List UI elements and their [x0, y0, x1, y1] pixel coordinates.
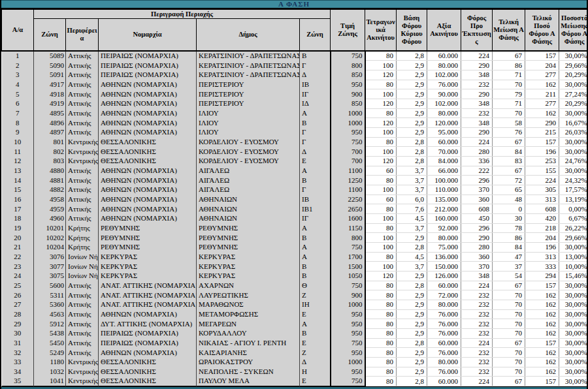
col-header-phase-a-reduction: Τελική Μείωση Α Φάσης — [493, 10, 525, 52]
tax-before-discount-cell: 348 — [461, 271, 493, 281]
municipality-cell: ΠΕΡΙΣΤΕΡΙΟΥ — [197, 80, 300, 89]
table-row: 325249ΑττικήςΑΘΗΝΩΝ (ΝΟΜΑΡΧΙΑ)ΚΑΙΣΑΡΙΑΝΗ… — [2, 348, 588, 358]
zone-price-cell: 950 — [331, 319, 365, 329]
zone-price-cell: 850 — [331, 99, 365, 108]
table-row: 1910201ΚρήτηςΡΕΘΥΜΝΗΣΡΕΘΥΜΝΗΣΑ1150803,79… — [2, 223, 588, 233]
property-sqm-cell: 100 — [365, 233, 397, 243]
property-value-cell: 60.000 — [427, 137, 461, 147]
region-cell: Αττικής — [66, 348, 99, 358]
tax-before-discount-cell: 370 — [461, 185, 493, 194]
zone-price-cell: 2650 — [331, 204, 365, 214]
base-tax-rate-cell: 2,9 — [397, 271, 427, 281]
zone-letter-cell: Ζ — [300, 348, 331, 358]
base-tax-rate-cell: 2,8 — [397, 281, 427, 290]
municipality-cell: ΜΕΓΑΡΕΩΝ — [197, 319, 300, 329]
phase-a-reduction-cell: 70 — [493, 367, 525, 377]
zone-code-cell: 803 — [34, 156, 66, 166]
table-row: 351041Κεντρικής ΜακεδονίαςΘΕΣΣΑΛΟΝΙΚΗΣΠΑ… — [2, 377, 588, 386]
property-sqm-cell: 120 — [365, 118, 397, 128]
zone-price-cell: 750 — [331, 242, 365, 252]
property-sqm-cell: 100 — [365, 242, 397, 252]
phase-a-final-tax-cell: 157 — [525, 338, 559, 348]
zone-letter-cell: Ε — [300, 338, 331, 348]
table-row: 331180Κεντρικής ΜακεδονίαςΘΕΣΣΑΛΟΝΙΚΗΣΩΡ… — [2, 358, 588, 367]
tax-before-discount-cell: 232 — [461, 319, 493, 329]
property-sqm-cell: 80 — [365, 338, 397, 348]
index-cell: 23 — [2, 262, 34, 272]
col-header-property-value: Αξία Ακινήτου — [427, 10, 461, 52]
phase-a-reduction-percent-cell: 30,00% — [559, 338, 588, 348]
property-value-cell: 76.000 — [427, 348, 461, 358]
region-cell: Αττικής — [66, 99, 99, 108]
municipality-cell: ΑΧΑΡΝΩΝ — [197, 281, 300, 290]
property-sqm-cell: 120 — [365, 156, 397, 166]
col-header-phase-a-final-tax: Τελικό Ποσό Φόρου Α Φάσης — [525, 10, 559, 52]
phase-a-reduction-cell: 67 — [493, 377, 525, 386]
municipality-cell: ΚΑΙΣΑΡΙΑΝΗΣ — [197, 348, 300, 358]
zone-code-cell: 5600 — [34, 281, 66, 290]
base-tax-rate-cell: 2,9 — [397, 61, 427, 70]
property-sqm-cell: 80 — [365, 319, 397, 329]
index-cell: 20 — [2, 233, 34, 243]
zone-code-cell: 5360 — [34, 300, 66, 309]
prefecture-cell: ΠΕΙΡΑΙΩΣ (ΝΟΜΑΡΧΙΑ) — [99, 61, 197, 70]
region-cell: Αττικής — [66, 290, 99, 300]
base-tax-rate-cell: 2,8 — [397, 51, 427, 61]
zone-code-cell: 4895 — [34, 108, 66, 118]
col-header-zone-price: Τιμή Ζώνης — [331, 10, 365, 52]
base-tax-rate-cell: 2,8 — [397, 242, 427, 252]
phase-a-final-tax-cell: 162 — [525, 80, 559, 89]
property-sqm-cell: 80 — [365, 300, 397, 309]
prefecture-cell: ΚΕΡΚΥΡΑΣ — [99, 271, 197, 281]
phase-a-reduction-cell: 67 — [493, 338, 525, 348]
base-tax-rate-cell: 2,9 — [397, 309, 427, 319]
zone-code-cell: 4960 — [34, 213, 66, 223]
index-cell: 14 — [2, 176, 34, 185]
zone-letter-cell: Β — [300, 118, 331, 128]
zone-code-cell: 1180 — [34, 358, 66, 367]
base-tax-rate-cell: 2,9 — [397, 233, 427, 243]
property-sqm-cell: 80 — [365, 252, 397, 262]
zone-code-cell: 4917 — [34, 80, 66, 89]
municipality-cell: ΠΕΡΙΣΤΕΡΙΟΥ — [197, 99, 300, 108]
phase-a-final-tax-cell: 218 — [525, 223, 559, 233]
zone-letter-cell: Ε — [300, 377, 331, 386]
municipality-cell: ΚΕΡΚΥΡΑΣ — [197, 271, 300, 281]
prefecture-cell: ΚΕΡΚΥΡΑΣ — [99, 262, 197, 272]
phase-a-reduction-percent-cell: 30,00% — [559, 328, 588, 338]
phase-a-final-tax-cell: 204 — [525, 61, 559, 70]
zone-code-cell: 10204 — [34, 242, 66, 252]
phase-a-reduction-cell: 67 — [493, 137, 525, 147]
phase-a-reduction-cell: 86 — [493, 61, 525, 70]
index-cell: 19 — [2, 223, 34, 233]
phase-a-final-tax-cell: 157 — [525, 137, 559, 147]
municipality-cell: ΑΙΓΑΛΕΩ — [197, 166, 300, 176]
region-cell: Αττικής — [66, 204, 99, 214]
phase-a-reduction-cell: 67 — [493, 51, 525, 61]
property-value-cell: 90.000 — [427, 89, 461, 99]
property-sqm-cell: 80 — [365, 377, 397, 386]
phase-a-final-tax-cell: 162 — [525, 367, 559, 377]
zone-price-cell: 950 — [331, 328, 365, 338]
phase-a-reduction-cell: 67 — [493, 166, 525, 176]
zone-code-cell: 5450 — [34, 338, 66, 348]
index-cell: 15 — [2, 185, 34, 194]
base-tax-rate-cell: 2,9 — [397, 319, 427, 329]
phase-a-reduction-percent-cell: 24,76% — [559, 156, 588, 166]
prefecture-cell: ΑΘΗΝΩΝ (ΝΟΜΑΡΧΙΑ) — [99, 108, 197, 118]
col-header-municipality: Δήμος — [197, 19, 300, 52]
phase-a-reduction-percent-cell: 30,00% — [559, 281, 588, 290]
tax-before-discount-cell: 232 — [461, 300, 493, 309]
zone-code-cell: 3076 — [34, 252, 66, 262]
prefecture-cell: ΔΥΤ. ΑΤΤΙΚΗΣ (ΝΟΜΑΡΧΙΑ) — [99, 319, 197, 329]
municipality-cell: ΑΙΓΑΛΕΩ — [197, 185, 300, 194]
property-value-cell: 60.000 — [427, 51, 461, 61]
region-cell: Αττικής — [66, 281, 99, 290]
prefecture-cell: ΑΘΗΝΩΝ (ΝΟΜΑΡΧΙΑ) — [99, 99, 197, 108]
zone-price-cell: 750 — [331, 377, 365, 386]
property-sqm-cell: 80 — [365, 137, 397, 147]
phase-a-reduction-percent-cell: 29,66% — [559, 233, 588, 243]
table-row: 64919ΑττικήςΑΘΗΝΩΝ (ΝΟΜΑΡΧΙΑ)ΠΕΡΙΣΤΕΡΙΟΥ… — [2, 99, 588, 108]
tax-before-discount-cell: 348 — [461, 70, 493, 80]
phase-a-reduction-percent-cell: 26,22% — [559, 223, 588, 233]
